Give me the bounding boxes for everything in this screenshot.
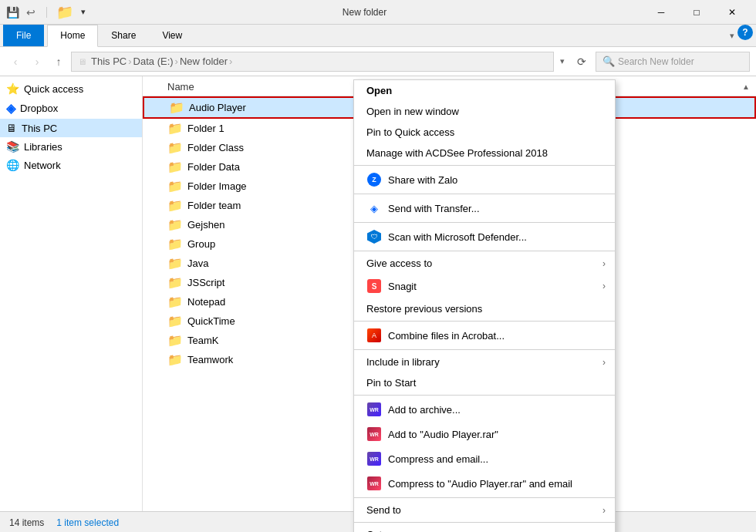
path-sep-1: › — [128, 56, 131, 67]
titlebar-separator — [46, 7, 47, 18]
titlebar-icons: 💾 ↩ 📁 ▾ — [6, 4, 86, 21]
folder-icon-notepad: 📁 — [167, 295, 183, 309]
file-name-java: Java — [187, 258, 208, 269]
address-bar: ‹ › ↑ 🖥 This PC › Data (E:) › New folder… — [0, 47, 756, 76]
ctx-scan-defender[interactable]: 🛡 Scan with Microsoft Defender... — [354, 224, 615, 249]
help-button[interactable]: ? — [737, 25, 753, 40]
ribbon-expand[interactable]: ▾ — [727, 25, 737, 46]
selected-count: 1 item selected — [56, 517, 119, 528]
title-bar: 💾 ↩ 📁 ▾ New folder ─ □ ✕ — [0, 0, 756, 25]
ctx-pin-start[interactable]: Pin to Start — [354, 372, 615, 393]
ctx-compress-email2[interactable]: WR Compress to "Audio Player.rar" and em… — [354, 471, 615, 496]
zalo-icon: Z — [366, 172, 382, 187]
winrar2-icon: WR — [366, 426, 382, 442]
undo-icon[interactable]: ↩ — [25, 6, 37, 19]
address-path[interactable]: 🖥 This PC › Data (E:) › New folder › — [71, 52, 554, 72]
sidebar-label-dropbox: Dropbox — [20, 103, 58, 114]
sidebar-item-network[interactable]: 🌐 Network — [0, 156, 142, 174]
ctx-give-access[interactable]: Give access to › — [354, 253, 615, 274]
sidebar: ⭐ Quick access ◈ Dropbox 🖥 This PC 📚 Lib… — [0, 76, 143, 511]
ctx-combine-acrobat[interactable]: A Combine files in Acrobat... — [354, 323, 615, 348]
sidebar-item-this-pc[interactable]: 🖥 This PC — [0, 119, 142, 137]
winrar4-icon: WR — [366, 476, 382, 491]
file-name-group: Group — [187, 238, 215, 250]
ctx-open-new-window[interactable]: Open in new window — [354, 101, 615, 122]
quick-access-icon: ⭐ — [6, 82, 19, 95]
context-menu: Open Open in new window Pin to Quick acc… — [353, 79, 616, 532]
file-name-teamk: TeamK — [187, 335, 218, 346]
ctx-add-audio-rar-label: Add to "Audio Player.rar" — [388, 429, 498, 440]
path-segment-1[interactable]: This PC — [91, 56, 127, 67]
sidebar-label-quick-access: Quick access — [24, 83, 83, 95]
sidebar-item-libraries[interactable]: 📚 Libraries — [0, 137, 142, 156]
ctx-open[interactable]: Open — [354, 80, 615, 101]
network-icon: 🌐 — [6, 159, 19, 171]
sidebar-item-quick-access[interactable]: ⭐ Quick access — [0, 79, 142, 98]
ctx-sep-5 — [354, 321, 615, 322]
sidebar-label-network: Network — [24, 160, 61, 171]
file-name-jsscript: JSScript — [187, 277, 224, 288]
path-segment-2[interactable]: Data (E:) — [133, 56, 174, 67]
ctx-cut[interactable]: Cut — [354, 524, 615, 532]
back-button[interactable]: ‹ — [6, 52, 25, 71]
folder-icon-gejshen: 📁 — [167, 217, 183, 232]
ctx-sep-4 — [354, 251, 615, 251]
ctx-include-library[interactable]: Include in library › — [354, 352, 615, 372]
forward-button[interactable]: › — [28, 52, 46, 71]
window-controls: ─ □ ✕ — [643, 0, 750, 25]
maximize-button[interactable]: □ — [679, 0, 714, 25]
file-name-folder-data: Folder Data — [187, 161, 240, 173]
tab-share[interactable]: Share — [98, 25, 149, 46]
defender-icon: 🛡 — [366, 229, 382, 244]
tab-view[interactable]: View — [149, 25, 195, 46]
minimize-button[interactable]: ─ — [643, 0, 679, 25]
ctx-pin-quick-access[interactable]: Pin to Quick access — [354, 122, 615, 143]
ctx-cut-label: Cut — [366, 529, 382, 532]
ctx-share-zalo[interactable]: Z Share with Zalo — [354, 167, 615, 192]
ctx-compress-email[interactable]: WR Compress and email... — [354, 446, 615, 471]
file-name-audio-player: Audio Player — [189, 102, 246, 113]
ctx-manage-acdsee[interactable]: Manage with ACDSee Professional 2018 — [354, 143, 615, 163]
ctx-sep-3 — [354, 222, 615, 223]
ctx-include-library-label: Include in library — [366, 356, 440, 368]
ctx-compress-email-label: Compress and email... — [388, 453, 488, 465]
refresh-button[interactable]: ⟳ — [571, 51, 592, 72]
ctx-combine-acrobat-label: Combine files in Acrobat... — [388, 330, 505, 342]
folder-icon: 📁 — [56, 4, 73, 21]
search-box[interactable]: 🔍 Search New folder — [596, 52, 750, 72]
winrar3-icon: WR — [366, 451, 382, 466]
path-sep-2: › — [175, 56, 178, 67]
folder-icon-group: 📁 — [167, 237, 183, 251]
ctx-send-transfer-label: Send with Transfer... — [388, 203, 480, 214]
path-segment-3[interactable]: New folder — [180, 56, 228, 67]
file-name-notepad: Notepad — [187, 296, 225, 308]
ctx-send-transfer[interactable]: ◈ Send with Transfer... — [354, 196, 615, 221]
folder-icon-quicktime: 📁 — [167, 314, 183, 328]
ctx-sep-2 — [354, 194, 615, 194]
file-name-quicktime: QuickTime — [187, 315, 235, 327]
ctx-scan-defender-label: Scan with Microsoft Defender... — [388, 231, 527, 243]
sidebar-label-libraries: Libraries — [24, 141, 62, 153]
this-pc-icon: 🖥 — [6, 122, 17, 134]
ctx-sep-8 — [354, 497, 615, 498]
sidebar-item-dropbox[interactable]: ◈ Dropbox — [0, 98, 142, 119]
ctx-add-archive-label: Add to archive... — [388, 404, 461, 416]
ctx-snagit[interactable]: S Snagit › — [354, 274, 615, 298]
path-home-icon: 🖥 — [78, 57, 86, 66]
sidebar-label-this-pc: This PC — [22, 123, 57, 134]
ctx-pin-start-label: Pin to Start — [366, 377, 416, 389]
tab-file[interactable]: File — [3, 25, 44, 46]
ctx-add-archive[interactable]: WR Add to archive... — [354, 397, 615, 422]
ctx-share-zalo-label: Share with Zalo — [388, 174, 457, 186]
ctx-restore-versions[interactable]: Restore previous versions — [354, 298, 615, 319]
ctx-restore-versions-label: Restore previous versions — [366, 303, 482, 315]
close-button[interactable]: ✕ — [714, 0, 750, 25]
ctx-send-to[interactable]: Send to › — [354, 500, 615, 520]
save-icon[interactable]: 💾 — [6, 6, 19, 19]
libraries-icon: 📚 — [6, 140, 19, 153]
up-button[interactable]: ↑ — [49, 52, 68, 71]
ribbon: File Home Share View ▾ ? — [0, 25, 756, 47]
ctx-add-audio-rar[interactable]: WR Add to "Audio Player.rar" — [354, 422, 615, 446]
tab-home[interactable]: Home — [47, 25, 98, 47]
address-dropdown[interactable]: ▾ — [560, 56, 565, 66]
